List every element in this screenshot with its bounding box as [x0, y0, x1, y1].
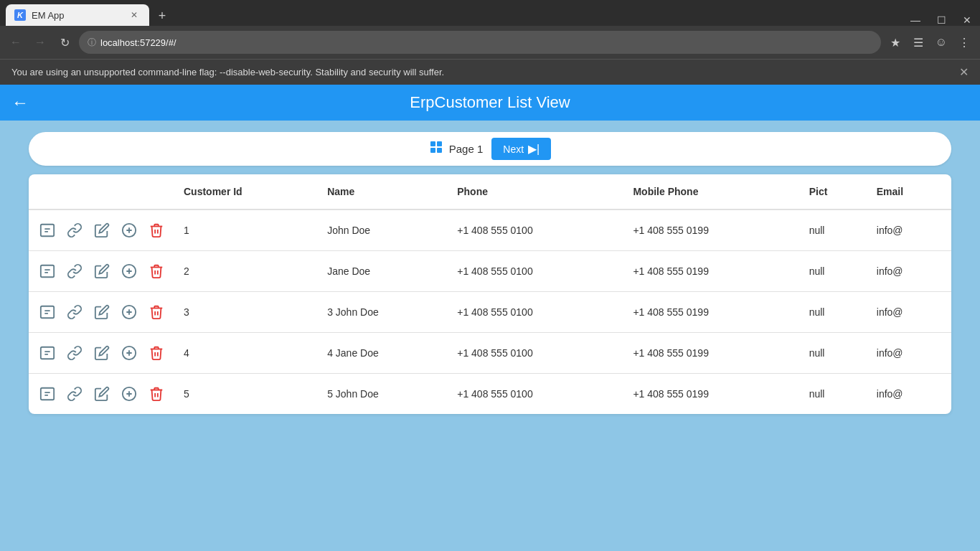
svg-rect-10 [41, 347, 54, 359]
table-row: 44 Jane Doe+1 408 555 0100+1 408 555 019… [29, 333, 951, 374]
svg-rect-0 [430, 141, 435, 146]
cell-pict: null [801, 209, 868, 251]
cell-email: info@ [868, 292, 951, 333]
cell-pict: null [801, 374, 868, 415]
view-icon[interactable] [37, 384, 57, 404]
cell-pict: null [801, 251, 868, 292]
page-indicator: Page 1 [429, 140, 484, 158]
delete-icon[interactable] [146, 384, 166, 404]
cell-phone: +1 408 555 0100 [448, 251, 624, 292]
view-icon[interactable] [37, 343, 57, 363]
navigation-bar: ← → ↻ ⓘ localhost:57229/#/ ★ ☰ ☺ ⋮ [0, 26, 980, 59]
view-icon[interactable] [37, 220, 57, 240]
reload-button[interactable]: ↻ [55, 32, 75, 52]
edit-icon[interactable] [92, 302, 112, 322]
link-icon[interactable] [65, 343, 85, 363]
col-pict: Pict [801, 174, 868, 209]
edit-icon[interactable] [92, 220, 112, 240]
cell-phone: +1 408 555 0100 [448, 209, 624, 251]
next-label: Next [503, 143, 524, 155]
table-row: 1John Doe+1 408 555 0100+1 408 555 0199n… [29, 209, 951, 251]
warning-text: You are using an unsupported command-lin… [11, 67, 444, 77]
new-tab-button[interactable]: + [152, 6, 172, 26]
link-icon[interactable] [65, 384, 85, 404]
cell-customer_id: 2 [175, 251, 319, 292]
cell-customer_id: 4 [175, 333, 319, 374]
cell-mobile_phone: +1 408 555 0199 [624, 292, 800, 333]
page-title: ErpCustomer List View [410, 93, 570, 112]
edit-icon[interactable] [92, 261, 112, 281]
link-icon[interactable] [65, 220, 85, 240]
url-text: localhost:57229/#/ [100, 37, 872, 48]
media-icon[interactable]: ☰ [908, 32, 928, 52]
row-actions [29, 209, 175, 251]
svg-rect-2 [430, 148, 435, 153]
back-button[interactable]: ← [6, 32, 26, 52]
cell-mobile_phone: +1 408 555 0199 [624, 209, 800, 251]
edit-icon[interactable] [92, 384, 112, 404]
svg-rect-12 [41, 388, 54, 400]
menu-icon[interactable]: ⋮ [954, 32, 974, 52]
warning-close-button[interactable]: ✕ [959, 65, 969, 79]
col-actions [29, 174, 175, 209]
svg-rect-1 [437, 141, 442, 146]
cell-mobile_phone: +1 408 555 0199 [624, 333, 800, 374]
action-icons-group [37, 343, 166, 363]
edit-icon[interactable] [92, 343, 112, 363]
view-icon[interactable] [37, 261, 57, 281]
table-row: 33 John Doe+1 408 555 0100+1 408 555 019… [29, 292, 951, 333]
maximize-button[interactable]: ☐ [934, 14, 948, 26]
profile-icon[interactable]: ☺ [931, 32, 951, 52]
cell-email: info@ [868, 374, 951, 415]
svg-rect-4 [41, 225, 54, 237]
col-phone: Phone [448, 174, 624, 209]
security-warning-bar: You are using an unsupported command-lin… [0, 59, 980, 85]
forward-button[interactable]: → [30, 32, 50, 52]
delete-icon[interactable] [146, 343, 166, 363]
delete-icon[interactable] [146, 302, 166, 322]
grid-view-icon [429, 140, 443, 158]
cell-mobile_phone: +1 408 555 0199 [624, 374, 800, 415]
address-bar[interactable]: ⓘ localhost:57229/#/ [79, 31, 881, 54]
cell-name: 5 John Doe [319, 374, 448, 415]
cell-name: Jane Doe [319, 251, 448, 292]
svg-rect-6 [41, 265, 54, 278]
add-icon[interactable] [119, 302, 139, 322]
row-actions [29, 292, 175, 333]
view-icon[interactable] [37, 302, 57, 322]
action-icons-group [37, 384, 166, 404]
link-icon[interactable] [65, 261, 85, 281]
app-body: Page 1 Next ▶| Customer Id Name Phone Mo… [0, 121, 980, 425]
row-actions [29, 333, 175, 374]
next-page-button[interactable]: Next ▶| [491, 138, 551, 160]
cell-name: 4 Jane Doe [319, 333, 448, 374]
svg-rect-8 [41, 306, 54, 319]
tab-close-button[interactable]: ✕ [128, 9, 141, 22]
delete-icon[interactable] [146, 220, 166, 240]
cell-customer_id: 5 [175, 374, 319, 415]
table-header-row: Customer Id Name Phone Mobile Phone Pict… [29, 174, 951, 209]
cell-name: 3 John Doe [319, 292, 448, 333]
next-page-icon: ▶| [528, 142, 540, 156]
delete-icon[interactable] [146, 261, 166, 281]
col-email: Email [868, 174, 951, 209]
cell-customer_id: 1 [175, 209, 319, 251]
active-tab[interactable]: K EM App ✕ [6, 4, 149, 26]
cell-phone: +1 408 555 0100 [448, 292, 624, 333]
tab-title: EM App [32, 10, 65, 21]
add-icon[interactable] [119, 343, 139, 363]
close-window-button[interactable]: ✕ [960, 14, 974, 26]
cell-customer_id: 3 [175, 292, 319, 333]
add-icon[interactable] [119, 384, 139, 404]
col-customer-id: Customer Id [175, 174, 319, 209]
row-actions [29, 251, 175, 292]
bookmark-star-icon[interactable]: ★ [885, 32, 905, 52]
add-icon[interactable] [119, 220, 139, 240]
link-icon[interactable] [65, 302, 85, 322]
table-row: 55 John Doe+1 408 555 0100+1 408 555 019… [29, 374, 951, 415]
minimize-button[interactable]: — [908, 14, 923, 26]
add-icon[interactable] [119, 261, 139, 281]
cell-mobile_phone: +1 408 555 0199 [624, 251, 800, 292]
back-navigation-button[interactable]: ← [11, 93, 29, 113]
info-icon: ⓘ [88, 37, 96, 49]
